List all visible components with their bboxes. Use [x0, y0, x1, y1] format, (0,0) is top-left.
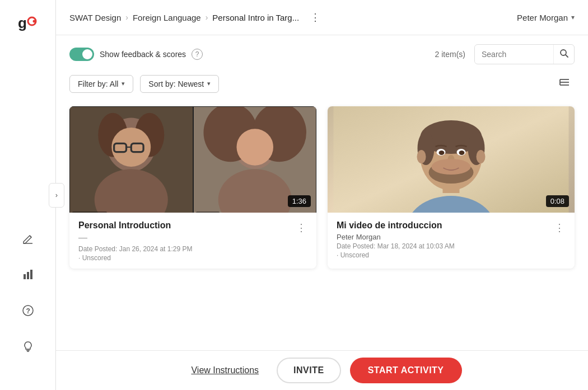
svg-point-51: [417, 150, 426, 163]
card-personal-introduction[interactable]: Greta Thunberg Sadie Ray: [69, 106, 316, 269]
filter-chevron-icon: ▾: [122, 80, 125, 87]
card-1-score: · Unscored: [78, 254, 307, 262]
svg-rect-5: [27, 272, 29, 279]
card-1-thumbnail: Greta Thunberg Sadie Ray: [69, 106, 316, 213]
feedback-help-icon[interactable]: ?: [192, 49, 203, 60]
svg-point-46: [439, 151, 445, 155]
breadcrumb-current: Personal Intro in Targ...: [212, 13, 299, 22]
sort-button[interactable]: Sort by: Newest ▾: [140, 75, 219, 93]
app-logo[interactable]: g: [16, 11, 40, 36]
svg-text:g: g: [18, 15, 27, 31]
breadcrumb-swat-design[interactable]: SWAT Design: [69, 13, 121, 22]
user-chevron-icon: ▾: [571, 13, 575, 21]
search-box: [474, 44, 575, 64]
cards-grid: Greta Thunberg Sadie Ray: [69, 106, 575, 269]
bottom-bar: View Instructions INVITE START ACTIVITY: [56, 350, 588, 390]
card-2-thumbnail: 0:08: [328, 106, 575, 213]
svg-point-47: [459, 151, 465, 155]
breadcrumb: SWAT Design › Foreign Language › Persona…: [69, 9, 517, 26]
sort-label: Sort by: Newest: [148, 79, 204, 88]
card-1-dash: —: [78, 233, 307, 243]
video-cell-top-left: Greta Thunberg: [69, 106, 193, 213]
filter-label: Filter by: All: [78, 79, 118, 88]
breadcrumb-foreign-language[interactable]: Foreign Language: [133, 13, 201, 22]
card-2-video: [328, 106, 575, 213]
item-count: 2 item(s): [435, 50, 465, 59]
sidebar-navigation: ?: [0, 218, 55, 368]
cards-area: Greta Thunberg Sadie Ray: [56, 100, 588, 390]
chart-nav-icon[interactable]: [18, 265, 38, 285]
card-2-score: · Unscored: [337, 251, 566, 259]
card-2-date: Date Posted: Mar 18, 2024 at 10:03 AM: [337, 242, 566, 250]
svg-point-18: [95, 169, 168, 213]
svg-line-12: [566, 55, 568, 57]
main-content: SWAT Design › Foreign Language › Persona…: [56, 0, 588, 390]
card-2-author: Peter Morgan: [337, 233, 566, 241]
list-view-button[interactable]: [554, 74, 575, 93]
bulb-nav-icon[interactable]: [18, 336, 38, 356]
card-1-duration: 1:36: [288, 195, 311, 207]
svg-point-50: [432, 159, 471, 175]
filter-button[interactable]: Filter by: All ▾: [69, 75, 133, 93]
card-2-more-button[interactable]: ⋮: [551, 220, 568, 235]
feedback-toggle-label: Show feedback & scores: [100, 50, 186, 59]
svg-point-27: [218, 169, 291, 213]
view-instructions-button[interactable]: View Instructions: [182, 360, 268, 381]
card-1-title: Personal Introduction: [78, 220, 307, 231]
card-1-body: Personal Introduction — Date Posted: Jan…: [69, 213, 316, 269]
user-menu[interactable]: Peter Morgan ▾: [517, 13, 575, 22]
search-button[interactable]: [553, 45, 574, 64]
card-2-title: Mi video de introduccion: [337, 220, 566, 231]
svg-rect-6: [30, 270, 32, 279]
filter-row: Filter by: All ▾ Sort by: Newest ▾: [56, 70, 588, 100]
header-more-button[interactable]: ⋮: [306, 9, 325, 26]
invite-button[interactable]: INVITE: [277, 358, 341, 383]
card-1-more-button[interactable]: ⋮: [293, 220, 310, 235]
svg-text:?: ?: [26, 307, 30, 315]
card-1-date: Date Posted: Jan 26, 2024 at 1:29 PM: [78, 245, 307, 253]
sidebar-collapse-toggle[interactable]: ›: [49, 183, 64, 208]
sort-chevron-icon: ▾: [207, 80, 211, 87]
sidebar: g ?: [0, 0, 56, 390]
card-2-body: Mi video de introduccion Peter Morgan Da…: [328, 213, 575, 266]
header: SWAT Design › Foreign Language › Persona…: [56, 0, 588, 35]
card-mi-video[interactable]: 0:08 Mi video de introduccion Peter Morg…: [328, 106, 575, 269]
feedback-toggle-group: Show feedback & scores ?: [69, 48, 203, 61]
feedback-toggle[interactable]: [69, 48, 94, 61]
breadcrumb-sep-2: ›: [206, 13, 208, 22]
search-input[interactable]: [475, 46, 553, 63]
toolbar: Show feedback & scores ? 2 item(s): [56, 35, 588, 70]
svg-point-2: [32, 20, 35, 23]
start-activity-button[interactable]: START ACTIVITY: [350, 358, 462, 383]
card-2-duration: 0:08: [546, 195, 569, 207]
svg-point-52: [477, 150, 486, 163]
svg-rect-4: [24, 274, 26, 279]
svg-point-30: [236, 129, 273, 166]
help-nav-icon[interactable]: ?: [18, 300, 38, 321]
edit-nav-icon[interactable]: [18, 229, 38, 249]
breadcrumb-sep-1: ›: [125, 13, 128, 22]
user-name: Peter Morgan: [517, 13, 568, 22]
